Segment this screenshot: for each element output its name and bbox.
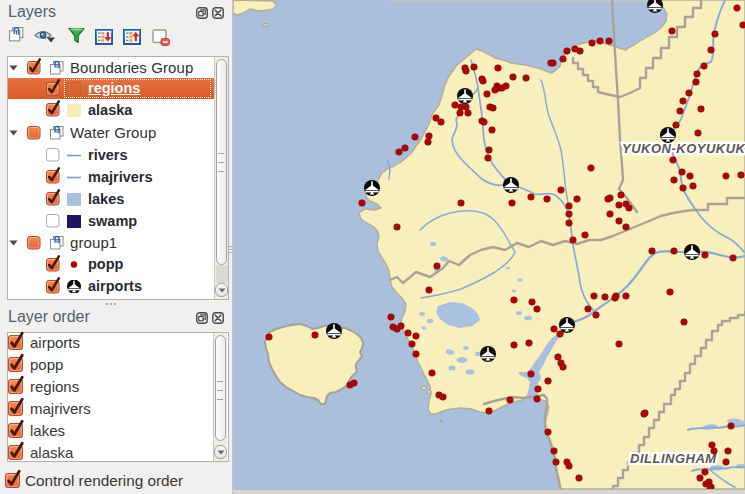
svg-text:DILLINGHAM: DILLINGHAM (630, 451, 717, 466)
svg-text:YUKON-KOYUKUK: YUKON-KOYUKUK (622, 141, 745, 156)
